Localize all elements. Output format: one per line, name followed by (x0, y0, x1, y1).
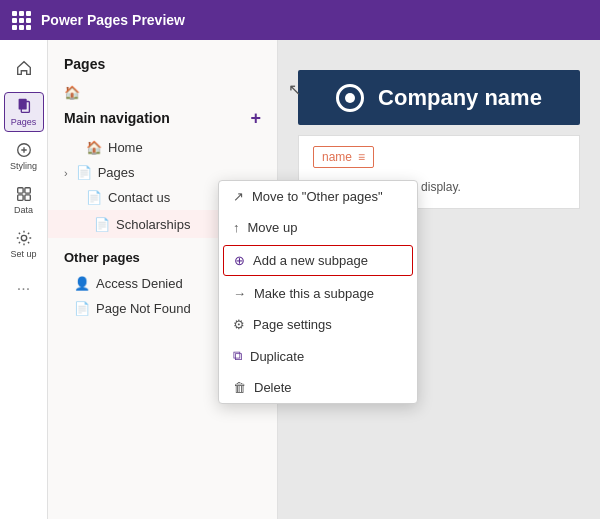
make-subpage-icon: → (233, 286, 246, 301)
nav-data-label: Data (14, 205, 33, 215)
menu-move-up-label: Move up (248, 220, 298, 235)
svg-point-7 (21, 235, 26, 240)
company-name-text: Company name (378, 85, 542, 111)
not-found-icon: 📄 (74, 301, 90, 316)
company-logo-icon (336, 84, 364, 112)
nav-more[interactable]: ... (17, 276, 30, 294)
nav-styling-label: Styling (10, 161, 37, 171)
menu-make-subpage-label: Make this a subpage (254, 286, 374, 301)
add-page-button[interactable]: + (250, 109, 261, 127)
topbar: Power Pages Preview (0, 0, 600, 40)
svg-rect-3 (17, 188, 22, 193)
preview-header-bar: Company name (298, 70, 580, 125)
scholarships-icon: 📄 (94, 217, 110, 232)
delete-icon: 🗑 (233, 380, 246, 395)
home-icon: 🏠 (64, 85, 80, 100)
preview-field-label: name (322, 150, 352, 164)
svg-rect-5 (17, 195, 22, 200)
sidebar-header: Pages (48, 52, 277, 80)
nav-data[interactable]: Data (4, 180, 44, 220)
page-settings-icon: ⚙ (233, 317, 245, 332)
menu-move-other[interactable]: ↗ Move to "Other pages" (219, 181, 417, 212)
nav-setup-label: Set up (10, 249, 36, 259)
preview-field: name ≡ (313, 146, 374, 168)
menu-page-settings-label: Page settings (253, 317, 332, 332)
main-layout: Pages Styling Data Set up ... (0, 40, 600, 519)
nav-pages-label: Pages (11, 117, 37, 127)
nav-pages[interactable]: Pages (4, 92, 44, 132)
menu-move-up[interactable]: ↑ Move up (219, 212, 417, 243)
sidebar-item-pages-label: Pages (98, 165, 261, 180)
nav-home[interactable] (4, 48, 44, 88)
chevron-right-icon: › (64, 167, 68, 179)
sidebar-title: Pages (64, 56, 105, 72)
main-nav-header: Main navigation + (48, 105, 277, 135)
app-title: Power Pages Preview (41, 12, 185, 28)
context-menu: ↗ Move to "Other pages" ↑ Move up ⊕ Add … (218, 180, 418, 404)
menu-add-subpage[interactable]: ⊕ Add a new subpage (223, 245, 413, 276)
preview-field-icon: ≡ (358, 150, 365, 164)
main-nav-label: Main navigation (64, 110, 170, 126)
menu-delete[interactable]: 🗑 Delete (219, 372, 417, 403)
sidebar-item-scholarships-label: Scholarships (116, 217, 233, 232)
duplicate-icon: ⧉ (233, 348, 242, 364)
home-page-icon: 🏠 (86, 140, 102, 155)
sidebar-item-home-label: Home (108, 140, 261, 155)
contact-icon: 📄 (86, 190, 102, 205)
move-other-icon: ↗ (233, 189, 244, 204)
nav-setup[interactable]: Set up (4, 224, 44, 264)
add-subpage-icon: ⊕ (234, 253, 245, 268)
menu-page-settings[interactable]: ⚙ Page settings (219, 309, 417, 340)
nav-styling[interactable]: Styling (4, 136, 44, 176)
apps-grid-icon[interactable] (12, 11, 31, 30)
move-up-icon: ↑ (233, 220, 240, 235)
access-denied-icon: 👤 (74, 276, 90, 291)
menu-duplicate-label: Duplicate (250, 349, 304, 364)
sidebar: Pages 🏠 Main navigation + 🏠 Home › 📄 Pag… (48, 40, 278, 519)
svg-rect-0 (18, 99, 26, 110)
menu-duplicate[interactable]: ⧉ Duplicate (219, 340, 417, 372)
menu-delete-label: Delete (254, 380, 292, 395)
resize-arrow-icon: ↖ (288, 80, 301, 99)
menu-make-subpage[interactable]: → Make this a subpage (219, 278, 417, 309)
menu-add-subpage-label: Add a new subpage (253, 253, 368, 268)
sidebar-home-icon-row[interactable]: 🏠 (48, 80, 277, 105)
pages-icon: 📄 (76, 165, 92, 180)
svg-rect-4 (24, 188, 29, 193)
sidebar-item-home[interactable]: 🏠 Home (48, 135, 277, 160)
svg-rect-6 (24, 195, 29, 200)
menu-move-other-label: Move to "Other pages" (252, 189, 383, 204)
left-nav: Pages Styling Data Set up ... (0, 40, 48, 519)
